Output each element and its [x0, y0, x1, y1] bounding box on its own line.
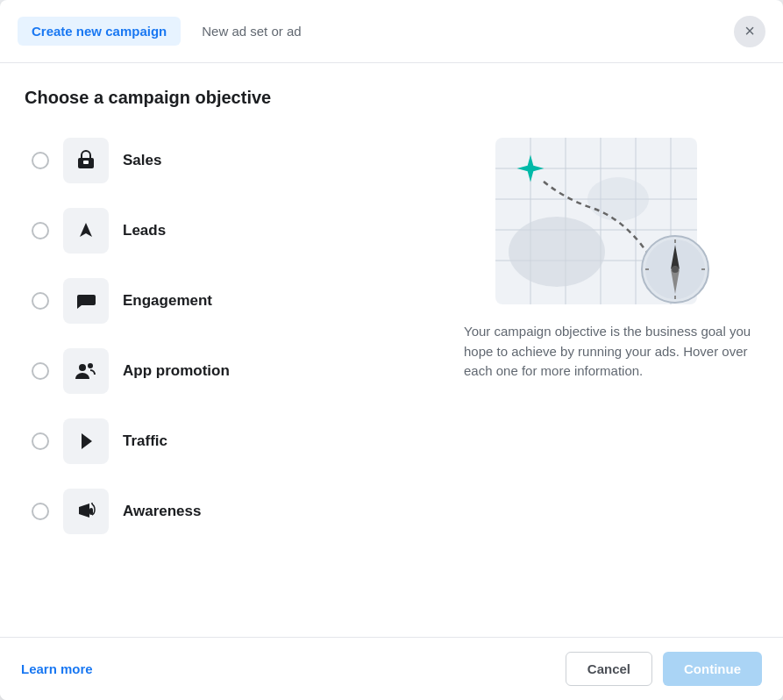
map-illustration — [478, 129, 741, 322]
app-promotion-icon — [74, 360, 98, 382]
modal-content: Choose a campaign objective Sa — [0, 63, 783, 637]
option-sales-label: Sales — [123, 152, 161, 169]
radio-traffic[interactable] — [32, 432, 49, 450]
content-scroll-area[interactable]: Choose a campaign objective Sa — [0, 63, 783, 637]
two-column-layout: Sales Leads — [25, 129, 758, 543]
svg-point-3 — [79, 364, 86, 371]
radio-sales[interactable] — [32, 152, 49, 169]
leads-icon-box — [63, 208, 109, 254]
awareness-icon-box — [63, 489, 109, 534]
option-engagement-label: Engagement — [123, 292, 212, 310]
svg-rect-1 — [83, 161, 89, 164]
engagement-icon-box — [63, 278, 109, 324]
option-leads-label: Leads — [123, 222, 166, 239]
close-button[interactable]: × — [734, 16, 765, 47]
description-text: Your campaign objective is the business … — [460, 322, 758, 382]
svg-point-4 — [88, 363, 93, 368]
close-icon: × — [744, 21, 755, 41]
modal-dialog: Create new campaign New ad set or ad × C… — [0, 0, 783, 700]
option-traffic-label: Traffic — [123, 432, 167, 450]
radio-awareness[interactable] — [32, 503, 49, 520]
svg-point-29 — [672, 266, 679, 273]
option-engagement[interactable]: Engagement — [25, 269, 439, 332]
modal-header: Create new campaign New ad set or ad × — [0, 0, 783, 63]
sales-icon — [75, 149, 97, 172]
modal-footer: Learn more Cancel Continue — [0, 637, 783, 700]
svg-marker-5 — [82, 433, 92, 449]
footer-buttons: Cancel Continue — [566, 652, 762, 686]
right-panel: Your campaign objective is the business … — [460, 129, 758, 543]
engagement-icon — [75, 289, 97, 312]
cancel-button[interactable]: Cancel — [566, 652, 652, 686]
svg-marker-2 — [80, 223, 92, 237]
section-title: Choose a campaign objective — [25, 88, 758, 108]
radio-app-promotion[interactable] — [32, 362, 49, 380]
option-awareness-label: Awareness — [123, 503, 201, 520]
awareness-icon — [75, 500, 97, 523]
svg-point-19 — [509, 217, 605, 287]
tab-create-campaign[interactable]: Create new campaign — [18, 17, 181, 46]
radio-leads[interactable] — [32, 222, 49, 239]
svg-rect-7 — [89, 508, 93, 515]
options-list: Sales Leads — [25, 129, 439, 543]
leads-icon — [75, 219, 97, 242]
option-awareness[interactable]: Awareness — [25, 480, 439, 543]
option-leads[interactable]: Leads — [25, 199, 439, 262]
continue-button[interactable]: Continue — [663, 652, 762, 686]
traffic-icon — [75, 430, 97, 453]
option-sales[interactable]: Sales — [25, 129, 439, 192]
option-traffic[interactable]: Traffic — [25, 410, 439, 473]
option-app-promotion[interactable]: App promotion — [25, 339, 439, 403]
radio-engagement[interactable] — [32, 292, 49, 310]
sales-icon-box — [63, 138, 109, 183]
svg-point-20 — [587, 177, 649, 221]
tab-new-ad-set[interactable]: New ad set or ad — [188, 17, 315, 46]
learn-more-link[interactable]: Learn more — [21, 661, 93, 676]
traffic-icon-box — [63, 418, 109, 464]
app-promotion-icon-box — [63, 348, 109, 394]
option-app-promotion-label: App promotion — [123, 362, 230, 380]
svg-marker-6 — [79, 504, 89, 518]
